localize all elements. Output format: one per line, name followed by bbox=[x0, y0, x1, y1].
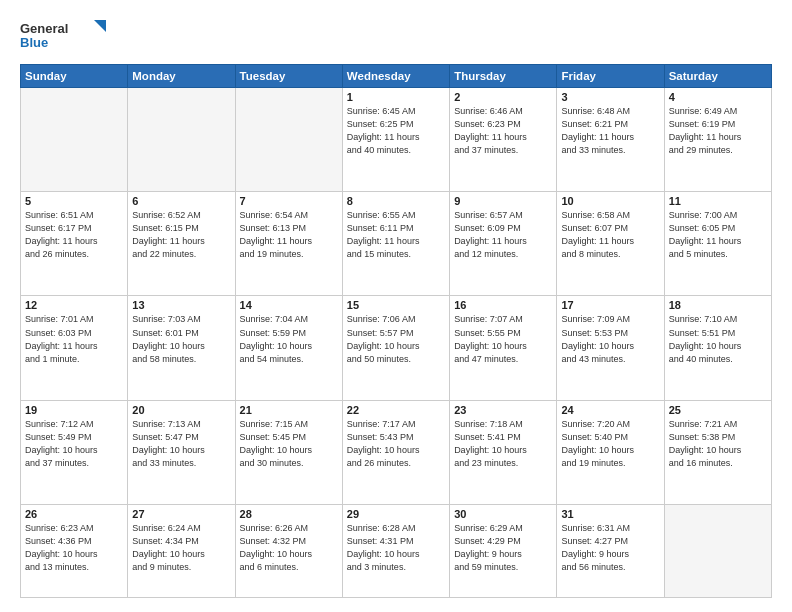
day-info: Sunrise: 7:17 AM Sunset: 5:43 PM Dayligh… bbox=[347, 418, 445, 470]
calendar-cell: 23Sunrise: 7:18 AM Sunset: 5:41 PM Dayli… bbox=[450, 400, 557, 504]
weekday-header-tuesday: Tuesday bbox=[235, 65, 342, 88]
day-info: Sunrise: 6:29 AM Sunset: 4:29 PM Dayligh… bbox=[454, 522, 552, 574]
weekday-header-saturday: Saturday bbox=[664, 65, 771, 88]
logo-svg: General Blue bbox=[20, 18, 110, 54]
day-number: 6 bbox=[132, 195, 230, 207]
day-info: Sunrise: 6:23 AM Sunset: 4:36 PM Dayligh… bbox=[25, 522, 123, 574]
calendar-cell: 20Sunrise: 7:13 AM Sunset: 5:47 PM Dayli… bbox=[128, 400, 235, 504]
day-number: 4 bbox=[669, 91, 767, 103]
calendar-cell: 2Sunrise: 6:46 AM Sunset: 6:23 PM Daylig… bbox=[450, 88, 557, 192]
day-info: Sunrise: 7:10 AM Sunset: 5:51 PM Dayligh… bbox=[669, 313, 767, 365]
day-number: 2 bbox=[454, 91, 552, 103]
day-info: Sunrise: 7:00 AM Sunset: 6:05 PM Dayligh… bbox=[669, 209, 767, 261]
day-number: 9 bbox=[454, 195, 552, 207]
day-number: 26 bbox=[25, 508, 123, 520]
calendar-week-3: 12Sunrise: 7:01 AM Sunset: 6:03 PM Dayli… bbox=[21, 296, 772, 400]
calendar-cell: 9Sunrise: 6:57 AM Sunset: 6:09 PM Daylig… bbox=[450, 192, 557, 296]
calendar-cell: 10Sunrise: 6:58 AM Sunset: 6:07 PM Dayli… bbox=[557, 192, 664, 296]
calendar-cell: 14Sunrise: 7:04 AM Sunset: 5:59 PM Dayli… bbox=[235, 296, 342, 400]
calendar-cell: 16Sunrise: 7:07 AM Sunset: 5:55 PM Dayli… bbox=[450, 296, 557, 400]
day-number: 7 bbox=[240, 195, 338, 207]
calendar-cell: 6Sunrise: 6:52 AM Sunset: 6:15 PM Daylig… bbox=[128, 192, 235, 296]
day-info: Sunrise: 6:55 AM Sunset: 6:11 PM Dayligh… bbox=[347, 209, 445, 261]
day-info: Sunrise: 6:48 AM Sunset: 6:21 PM Dayligh… bbox=[561, 105, 659, 157]
day-number: 16 bbox=[454, 299, 552, 311]
day-number: 24 bbox=[561, 404, 659, 416]
calendar-cell: 12Sunrise: 7:01 AM Sunset: 6:03 PM Dayli… bbox=[21, 296, 128, 400]
calendar-cell: 8Sunrise: 6:55 AM Sunset: 6:11 PM Daylig… bbox=[342, 192, 449, 296]
calendar-cell: 28Sunrise: 6:26 AM Sunset: 4:32 PM Dayli… bbox=[235, 504, 342, 597]
calendar-cell: 29Sunrise: 6:28 AM Sunset: 4:31 PM Dayli… bbox=[342, 504, 449, 597]
calendar-week-1: 1Sunrise: 6:45 AM Sunset: 6:25 PM Daylig… bbox=[21, 88, 772, 192]
calendar-cell: 24Sunrise: 7:20 AM Sunset: 5:40 PM Dayli… bbox=[557, 400, 664, 504]
calendar-cell: 21Sunrise: 7:15 AM Sunset: 5:45 PM Dayli… bbox=[235, 400, 342, 504]
weekday-header-wednesday: Wednesday bbox=[342, 65, 449, 88]
day-info: Sunrise: 6:54 AM Sunset: 6:13 PM Dayligh… bbox=[240, 209, 338, 261]
calendar-cell: 5Sunrise: 6:51 AM Sunset: 6:17 PM Daylig… bbox=[21, 192, 128, 296]
day-info: Sunrise: 6:58 AM Sunset: 6:07 PM Dayligh… bbox=[561, 209, 659, 261]
calendar-cell: 4Sunrise: 6:49 AM Sunset: 6:19 PM Daylig… bbox=[664, 88, 771, 192]
calendar-cell: 15Sunrise: 7:06 AM Sunset: 5:57 PM Dayli… bbox=[342, 296, 449, 400]
day-info: Sunrise: 7:09 AM Sunset: 5:53 PM Dayligh… bbox=[561, 313, 659, 365]
day-info: Sunrise: 7:21 AM Sunset: 5:38 PM Dayligh… bbox=[669, 418, 767, 470]
day-number: 18 bbox=[669, 299, 767, 311]
calendar-cell: 27Sunrise: 6:24 AM Sunset: 4:34 PM Dayli… bbox=[128, 504, 235, 597]
calendar-table: SundayMondayTuesdayWednesdayThursdayFrid… bbox=[20, 64, 772, 598]
weekday-header-sunday: Sunday bbox=[21, 65, 128, 88]
day-number: 10 bbox=[561, 195, 659, 207]
day-info: Sunrise: 6:52 AM Sunset: 6:15 PM Dayligh… bbox=[132, 209, 230, 261]
logo: General Blue bbox=[20, 18, 110, 54]
day-number: 23 bbox=[454, 404, 552, 416]
day-info: Sunrise: 7:03 AM Sunset: 6:01 PM Dayligh… bbox=[132, 313, 230, 365]
calendar-cell bbox=[128, 88, 235, 192]
calendar-week-5: 26Sunrise: 6:23 AM Sunset: 4:36 PM Dayli… bbox=[21, 504, 772, 597]
calendar-cell: 7Sunrise: 6:54 AM Sunset: 6:13 PM Daylig… bbox=[235, 192, 342, 296]
day-number: 12 bbox=[25, 299, 123, 311]
day-number: 30 bbox=[454, 508, 552, 520]
header: General Blue bbox=[20, 18, 772, 54]
calendar-week-2: 5Sunrise: 6:51 AM Sunset: 6:17 PM Daylig… bbox=[21, 192, 772, 296]
day-number: 14 bbox=[240, 299, 338, 311]
day-number: 25 bbox=[669, 404, 767, 416]
day-number: 19 bbox=[25, 404, 123, 416]
day-number: 21 bbox=[240, 404, 338, 416]
calendar-cell: 19Sunrise: 7:12 AM Sunset: 5:49 PM Dayli… bbox=[21, 400, 128, 504]
day-number: 13 bbox=[132, 299, 230, 311]
svg-marker-2 bbox=[94, 20, 106, 32]
calendar-cell: 13Sunrise: 7:03 AM Sunset: 6:01 PM Dayli… bbox=[128, 296, 235, 400]
calendar-cell: 22Sunrise: 7:17 AM Sunset: 5:43 PM Dayli… bbox=[342, 400, 449, 504]
day-number: 15 bbox=[347, 299, 445, 311]
day-info: Sunrise: 6:45 AM Sunset: 6:25 PM Dayligh… bbox=[347, 105, 445, 157]
calendar-cell bbox=[21, 88, 128, 192]
day-info: Sunrise: 7:18 AM Sunset: 5:41 PM Dayligh… bbox=[454, 418, 552, 470]
calendar-cell: 11Sunrise: 7:00 AM Sunset: 6:05 PM Dayli… bbox=[664, 192, 771, 296]
day-number: 28 bbox=[240, 508, 338, 520]
calendar-cell: 1Sunrise: 6:45 AM Sunset: 6:25 PM Daylig… bbox=[342, 88, 449, 192]
day-number: 11 bbox=[669, 195, 767, 207]
weekday-header-friday: Friday bbox=[557, 65, 664, 88]
calendar-cell bbox=[664, 504, 771, 597]
day-info: Sunrise: 7:07 AM Sunset: 5:55 PM Dayligh… bbox=[454, 313, 552, 365]
day-info: Sunrise: 6:28 AM Sunset: 4:31 PM Dayligh… bbox=[347, 522, 445, 574]
calendar-cell bbox=[235, 88, 342, 192]
day-info: Sunrise: 7:01 AM Sunset: 6:03 PM Dayligh… bbox=[25, 313, 123, 365]
day-number: 3 bbox=[561, 91, 659, 103]
calendar-cell: 26Sunrise: 6:23 AM Sunset: 4:36 PM Dayli… bbox=[21, 504, 128, 597]
day-info: Sunrise: 6:24 AM Sunset: 4:34 PM Dayligh… bbox=[132, 522, 230, 574]
day-number: 8 bbox=[347, 195, 445, 207]
calendar-cell: 17Sunrise: 7:09 AM Sunset: 5:53 PM Dayli… bbox=[557, 296, 664, 400]
day-number: 27 bbox=[132, 508, 230, 520]
day-info: Sunrise: 6:49 AM Sunset: 6:19 PM Dayligh… bbox=[669, 105, 767, 157]
day-info: Sunrise: 7:04 AM Sunset: 5:59 PM Dayligh… bbox=[240, 313, 338, 365]
day-info: Sunrise: 6:46 AM Sunset: 6:23 PM Dayligh… bbox=[454, 105, 552, 157]
calendar-week-4: 19Sunrise: 7:12 AM Sunset: 5:49 PM Dayli… bbox=[21, 400, 772, 504]
calendar-cell: 30Sunrise: 6:29 AM Sunset: 4:29 PM Dayli… bbox=[450, 504, 557, 597]
day-number: 20 bbox=[132, 404, 230, 416]
day-info: Sunrise: 7:12 AM Sunset: 5:49 PM Dayligh… bbox=[25, 418, 123, 470]
svg-text:General: General bbox=[20, 21, 68, 36]
day-number: 17 bbox=[561, 299, 659, 311]
weekday-header-thursday: Thursday bbox=[450, 65, 557, 88]
day-info: Sunrise: 7:20 AM Sunset: 5:40 PM Dayligh… bbox=[561, 418, 659, 470]
day-info: Sunrise: 7:15 AM Sunset: 5:45 PM Dayligh… bbox=[240, 418, 338, 470]
day-info: Sunrise: 6:57 AM Sunset: 6:09 PM Dayligh… bbox=[454, 209, 552, 261]
